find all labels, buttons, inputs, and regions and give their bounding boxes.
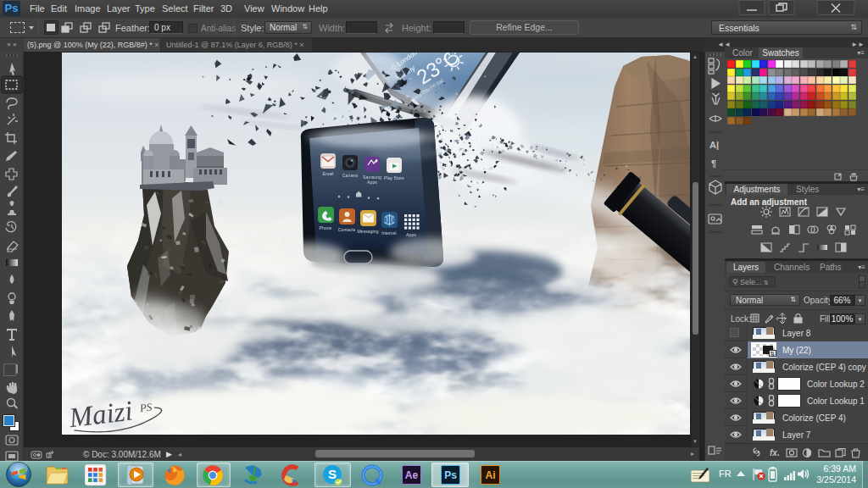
- svg-text:Contacts: Contacts: [338, 227, 356, 232]
- svg-text:A|: A|: [709, 140, 719, 150]
- svg-text:PS: PS: [138, 400, 153, 414]
- svg-text:Internet: Internet: [381, 230, 397, 236]
- svg-text:Phone: Phone: [319, 225, 331, 230]
- svg-text:Apps: Apps: [367, 180, 377, 185]
- svg-text:¶: ¶: [711, 158, 716, 169]
- svg-text:Apps: Apps: [406, 232, 416, 237]
- svg-text:S: S: [328, 467, 337, 481]
- svg-text:Camera: Camera: [342, 173, 359, 178]
- svg-text:Messaging: Messaging: [357, 229, 378, 234]
- svg-text:fx.: fx.: [770, 448, 780, 458]
- svg-text:Play Store: Play Store: [384, 175, 404, 180]
- svg-text:Email: Email: [323, 171, 334, 176]
